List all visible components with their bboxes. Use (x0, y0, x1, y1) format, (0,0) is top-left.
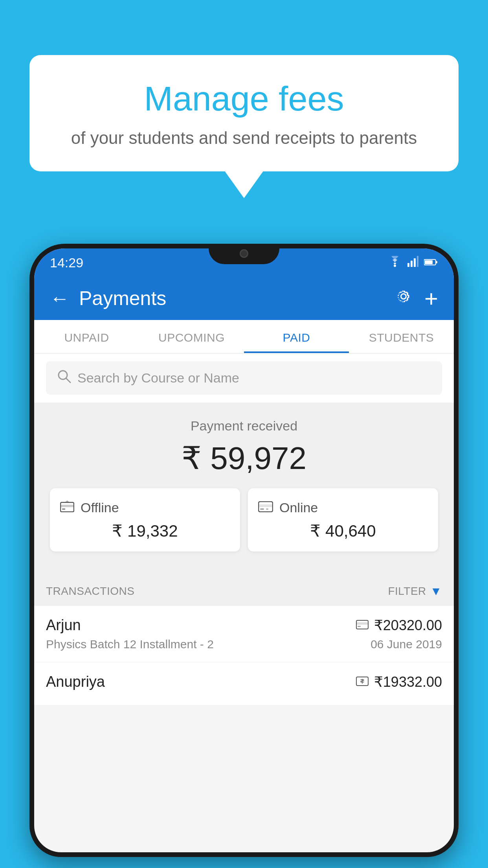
transaction-row[interactable]: Arjun ₹20320.00 Physics Batch 1 (34, 606, 454, 662)
svg-rect-19 (358, 626, 361, 627)
transaction-amount-row-2: ₹19332.00 (356, 674, 442, 690)
svg-rect-15 (260, 508, 264, 510)
transaction-amount-row-1: ₹20320.00 (356, 617, 442, 634)
speech-bubble-title: Manage fees (61, 79, 427, 119)
transaction-amount-2: ₹19332.00 (374, 674, 442, 690)
cash-payment-icon (356, 675, 369, 689)
transaction-row-2[interactable]: Anupriya ₹19332.00 (34, 662, 454, 706)
phone-container: 14:29 (29, 244, 459, 868)
search-input[interactable]: Search by Course or Name (77, 370, 239, 386)
status-time: 14:29 (50, 255, 83, 270)
speech-bubble-container: Manage fees of your students and send re… (29, 55, 459, 198)
transaction-bottom-1: Physics Batch 12 Installment - 2 06 June… (46, 638, 442, 651)
transaction-course-1: Physics Batch 12 Installment - 2 (46, 638, 214, 651)
search-icon (57, 369, 71, 387)
phone-notch (209, 244, 279, 264)
offline-payment-card: Offline ₹ 19,332 (50, 488, 240, 552)
transaction-name-1: Arjun (46, 617, 81, 634)
online-payment-icon (258, 499, 273, 516)
tab-bar: UNPAID UPCOMING PAID STUDENTS (34, 320, 454, 353)
filter-icon: ▼ (430, 585, 442, 598)
search-container: Search by Course or Name (34, 353, 454, 403)
svg-rect-11 (61, 505, 74, 507)
filter-button[interactable]: FILTER ▼ (388, 585, 442, 598)
offline-payment-icon (60, 499, 74, 516)
speech-bubble-pointer (224, 171, 264, 198)
online-label: Online (279, 500, 318, 515)
transaction-name-2: Anupriya (46, 673, 105, 690)
svg-rect-1 (407, 263, 409, 267)
speech-bubble: Manage fees of your students and send re… (29, 55, 459, 171)
search-bar[interactable]: Search by Course or Name (46, 361, 442, 395)
card-payment-icon (356, 619, 369, 632)
header-title: Payments (79, 287, 394, 310)
online-amount: ₹ 40,640 (258, 521, 428, 541)
signal-icon (407, 256, 418, 270)
svg-line-9 (66, 378, 70, 383)
payment-summary: Payment received ₹ 59,972 (34, 403, 454, 575)
offline-amount: ₹ 19,332 (60, 521, 230, 541)
tab-students[interactable]: STUDENTS (349, 320, 454, 353)
status-icons (388, 256, 438, 270)
transactions-header: TRANSACTIONS FILTER ▼ (34, 575, 454, 606)
transaction-amount-1: ₹20320.00 (374, 617, 442, 634)
svg-rect-6 (425, 260, 433, 264)
svg-rect-12 (62, 508, 65, 510)
tab-upcoming[interactable]: UPCOMING (139, 320, 244, 353)
transaction-date-1: 06 June 2019 (371, 638, 442, 651)
svg-rect-16 (266, 508, 268, 510)
online-card-header: Online (258, 499, 428, 516)
battery-icon (424, 256, 438, 269)
tab-unpaid[interactable]: UNPAID (34, 320, 139, 353)
payment-received-label: Payment received (46, 418, 442, 434)
svg-rect-18 (356, 622, 368, 625)
svg-rect-2 (411, 261, 413, 267)
offline-card-header: Offline (60, 499, 230, 516)
add-button[interactable]: + (424, 285, 438, 312)
phone-frame: 14:29 (29, 244, 459, 857)
payment-cards: Offline ₹ 19,332 (46, 488, 442, 563)
svg-point-0 (394, 265, 396, 267)
svg-rect-3 (414, 258, 416, 267)
back-button[interactable]: ← (50, 287, 70, 310)
offline-label: Offline (81, 500, 119, 515)
transaction-top-2: Anupriya ₹19332.00 (46, 673, 442, 690)
svg-rect-4 (417, 256, 418, 267)
speech-bubble-subtitle: of your students and send receipts to pa… (61, 128, 427, 148)
online-payment-card: Online ₹ 40,640 (248, 488, 438, 552)
settings-icon[interactable] (394, 287, 413, 310)
transactions-label: TRANSACTIONS (46, 585, 134, 598)
filter-label: FILTER (388, 585, 426, 598)
svg-rect-7 (436, 261, 437, 263)
transaction-top-1: Arjun ₹20320.00 (46, 617, 442, 634)
phone-screen: 14:29 (34, 248, 454, 852)
front-camera (240, 249, 248, 258)
svg-rect-14 (259, 504, 273, 507)
wifi-icon (388, 256, 402, 270)
app-header: ← Payments + (34, 277, 454, 320)
tab-paid[interactable]: PAID (244, 320, 349, 353)
payment-total-amount: ₹ 59,972 (46, 440, 442, 476)
